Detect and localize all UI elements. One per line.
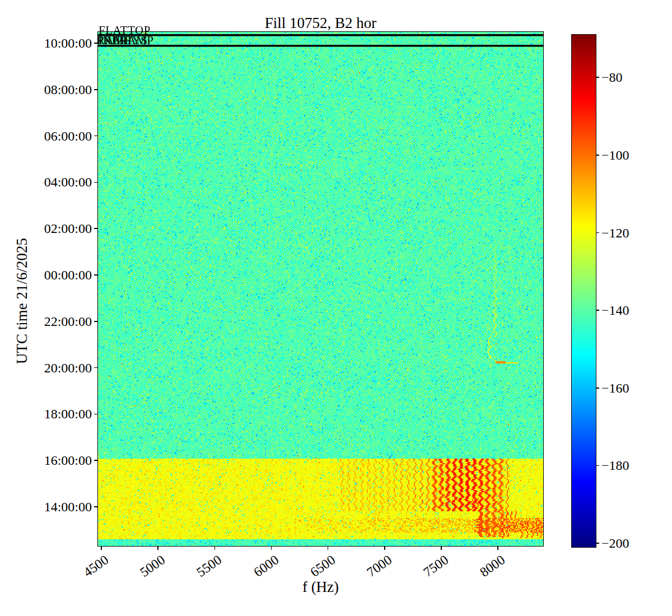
y-tick-mark — [94, 321, 98, 322]
x-tick-label: 6000 — [251, 553, 281, 579]
colorbar-gradient — [572, 35, 596, 547]
y-tick-label: 10:00:00 — [44, 36, 92, 50]
y-tick-mark — [94, 414, 98, 415]
x-tick-mark — [384, 546, 385, 550]
colorbar-tick-label: −160 — [601, 381, 629, 395]
y-tick-label: 22:00:00 — [44, 314, 92, 329]
figure: Fill 10752, B2 hor UTC time 21/6/2025 f … — [0, 0, 672, 616]
y-tick-label: 00:00:00 — [44, 268, 92, 282]
x-tick-mark — [497, 546, 498, 550]
y-tick-label: 08:00:00 — [44, 82, 92, 97]
x-tick-label: 5000 — [138, 553, 167, 579]
colorbar-tick-mark — [596, 77, 599, 78]
y-tick-label: 02:00:00 — [44, 221, 92, 236]
colorbar-tick-mark — [596, 310, 599, 311]
x-tick-mark — [101, 546, 102, 550]
x-tick-label: 7500 — [421, 553, 451, 579]
y-tick-mark — [94, 460, 98, 461]
x-tick-mark — [328, 546, 329, 550]
spectrogram-canvas — [98, 32, 543, 546]
colorbar-tick-mark — [596, 232, 599, 234]
colorbar — [571, 34, 596, 548]
y-axis-label: UTC time 21/6/2025 — [13, 238, 31, 364]
x-tick-label: 4500 — [81, 553, 111, 579]
chart-title: Fill 10752, B2 hor — [98, 15, 543, 32]
x-tick-label: 5500 — [194, 553, 224, 579]
colorbar-tick-mark — [596, 543, 599, 544]
y-tick-label: 20:00:00 — [44, 361, 92, 375]
x-tick-mark — [214, 546, 216, 550]
colorbar-tick-label: −80 — [601, 70, 623, 85]
colorbar-tick-mark — [596, 465, 599, 466]
y-tick-label: 18:00:00 — [44, 407, 92, 421]
x-axis-label: f (Hz) — [98, 578, 543, 596]
colorbar-tick-label: −140 — [601, 303, 629, 318]
colorbar-tick-label: −100 — [601, 148, 629, 162]
y-tick-mark — [94, 182, 98, 183]
y-tick-mark — [94, 136, 98, 137]
y-tick-label: 16:00:00 — [44, 453, 92, 468]
colorbar-tick-mark — [596, 388, 599, 389]
x-tick-mark — [157, 546, 158, 550]
y-tick-mark — [94, 89, 98, 90]
plot-area — [97, 31, 544, 547]
x-tick-label: 8000 — [478, 553, 507, 579]
y-tick-mark — [94, 228, 98, 229]
colorbar-tick-label: −200 — [601, 536, 629, 550]
beam-mode-label-injphys: INJPHYS — [99, 35, 148, 46]
y-tick-mark — [94, 506, 98, 507]
y-tick-label: 04:00:00 — [44, 175, 92, 189]
y-tick-label: 06:00:00 — [44, 129, 92, 143]
y-tick-mark — [94, 274, 98, 276]
colorbar-tick-label: −120 — [601, 226, 629, 240]
colorbar-tick-label: −180 — [601, 458, 629, 473]
y-tick-label: 14:00:00 — [44, 500, 92, 514]
y-tick-mark — [94, 367, 98, 368]
colorbar-tick-mark — [596, 155, 599, 156]
x-tick-label: 6500 — [307, 553, 337, 579]
x-tick-label: 7000 — [364, 553, 394, 579]
x-tick-mark — [441, 546, 442, 550]
x-tick-mark — [271, 546, 272, 550]
